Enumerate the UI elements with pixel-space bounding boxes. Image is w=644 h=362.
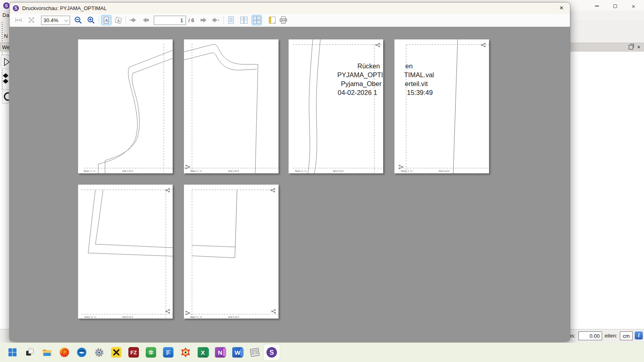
zoom-level-value: 30.4%: [43, 17, 58, 23]
task-view-icon: [25, 348, 35, 357]
seamly2d-icon: S: [266, 347, 277, 358]
dialog-close-icon[interactable]: ×: [555, 3, 568, 13]
preview-page-4: en TIMAL.val erteil.vit 15:39:49 Raster …: [394, 39, 489, 173]
print-icon: [279, 16, 288, 25]
filezilla-button[interactable]: FZ: [126, 344, 142, 360]
play-icon: [1, 55, 9, 69]
circle-tool-button[interactable]: [2, 89, 9, 104]
pattern-label-line: en: [405, 62, 413, 70]
page-setup-button[interactable]: [267, 15, 277, 25]
pattern-label-line: Pyjama_Ober: [341, 80, 382, 88]
fit-page-button[interactable]: [27, 15, 36, 25]
menu-datei-partial[interactable]: Da: [2, 12, 9, 18]
preview-content: Raster ( 1 , 1 ) Seite 1 von 6 Raster ( …: [10, 27, 570, 341]
pattern-label-line: Rücken: [357, 62, 380, 70]
word-icon: W: [232, 347, 243, 358]
file-explorer-button[interactable]: [39, 344, 55, 360]
chevron-down-icon: [64, 18, 68, 22]
pattern-label-line: 15:39:49: [407, 89, 433, 96]
fit-page-icon: [27, 16, 35, 24]
landscape-orientation-button[interactable]: A: [114, 15, 123, 25]
pattern-label-line: 04-02-2026 1: [338, 89, 377, 96]
portrait-orientation-button[interactable]: A: [101, 15, 111, 25]
windows-start-icon: [8, 348, 17, 357]
firefox-button[interactable]: [56, 344, 72, 360]
tile-page-label: Seite 5 von 6: [122, 316, 133, 318]
svg-text:S: S: [14, 6, 17, 10]
zoom-out-button[interactable]: [73, 15, 83, 25]
tile-page-label: Seite 2 von 6: [228, 170, 239, 172]
preview-page-1: Raster ( 1 , 1 ) Seite 1 von 6: [78, 39, 173, 173]
previous-page-button[interactable]: [141, 15, 151, 25]
pos-value-field[interactable]: 0.00: [578, 331, 602, 340]
task-view-button[interactable]: [22, 344, 38, 360]
overview-pages-view-button[interactable]: [252, 15, 262, 25]
zoom-in-button[interactable]: [86, 15, 96, 25]
preview-titlebar[interactable]: S Druckvorschau: PYJAMA_OPTIMAL ×: [10, 2, 570, 14]
single-page-icon: [227, 16, 235, 25]
single-page-view-button[interactable]: [226, 15, 236, 25]
firefox-icon: [59, 347, 70, 358]
pos-value: 0.00: [590, 333, 600, 339]
newspaper-app-button[interactable]: [247, 344, 263, 360]
svg-text:A: A: [105, 18, 108, 23]
dock-close-icon[interactable]: ×: [637, 44, 640, 50]
excel-button[interactable]: X: [195, 344, 211, 360]
two-page-view-button[interactable]: [239, 15, 249, 25]
tab-werkzeuge-label: We: [2, 44, 10, 50]
fit-width-button[interactable]: [14, 15, 23, 25]
windows-taskbar: FZ X N W: [0, 343, 644, 362]
print-button[interactable]: [279, 15, 288, 25]
play-tool-button[interactable]: [1, 55, 10, 69]
x-app-icon: [111, 347, 122, 358]
last-page-button[interactable]: [211, 15, 221, 25]
circle-tool-icon: [2, 90, 9, 103]
green-grid-app-button[interactable]: [143, 344, 159, 360]
blue-docs-app-icon: [163, 347, 173, 358]
preview-page-3: Rücken PYJAMA_OPTI Pyjama_Ober 04-02-202…: [289, 39, 383, 173]
tile-grid-label: Raster ( 2 , 2 ): [401, 170, 413, 172]
excel-icon: X: [198, 347, 208, 358]
x-app-button[interactable]: [108, 344, 124, 360]
irfanview-icon: [180, 347, 191, 358]
page-total-label: / 6: [188, 17, 194, 23]
maximize-button[interactable]: [608, 2, 622, 10]
first-page-button[interactable]: [128, 15, 138, 25]
close-window-button[interactable]: ×: [627, 2, 640, 10]
toolbar-separator: [99, 16, 99, 25]
scissors-icon: [376, 43, 380, 47]
page-number-input[interactable]: 1: [154, 16, 186, 25]
thunderbird-button[interactable]: [74, 344, 90, 360]
dialog-title: Druckvorschau: PYJAMA_OPTIMAL: [22, 5, 107, 11]
scissors-icon: [165, 309, 170, 313]
info-button[interactable]: i: [635, 331, 643, 339]
settings-button[interactable]: [91, 344, 107, 360]
seamly2d-taskbar-button[interactable]: S: [264, 344, 280, 360]
toolbar-separator: [223, 16, 224, 25]
page-number-value: 1: [180, 17, 183, 23]
seamly2d-dialog-icon: S: [13, 5, 19, 11]
minimize-button[interactable]: [590, 2, 604, 10]
word-button[interactable]: W: [229, 344, 246, 360]
print-preview-dialog: S Druckvorschau: PYJAMA_OPTIMAL × 30.4%: [9, 2, 570, 341]
unit-value-field[interactable]: cm: [620, 331, 633, 340]
scissors-icon: [481, 43, 485, 47]
zoom-out-icon: [74, 16, 83, 25]
onenote-button[interactable]: N: [212, 344, 228, 360]
settings-gear-icon: [94, 348, 104, 358]
tile-grid-label: Raster ( 1 , 1 ): [84, 170, 95, 172]
filezilla-icon: FZ: [128, 347, 139, 358]
irfanview-button[interactable]: [178, 344, 194, 360]
zoom-level-combo[interactable]: 30.4%: [41, 16, 70, 25]
blue-docs-app-button[interactable]: [160, 344, 176, 360]
four-pages-icon: [252, 16, 261, 25]
scissors-icon: [271, 309, 276, 313]
next-page-button[interactable]: [199, 15, 208, 25]
green-grid-app-icon: [146, 347, 156, 358]
start-button[interactable]: [4, 344, 21, 360]
tile-page-label: Seite 1 von 6: [122, 170, 133, 172]
dock-float-icon[interactable]: [629, 45, 633, 49]
preview-page-6: Raster ( 3 , 2 ) Seite 6 von 6: [184, 185, 279, 319]
scissors-icon: [270, 188, 275, 192]
collapse-arrows-icon[interactable]: [2, 73, 10, 84]
